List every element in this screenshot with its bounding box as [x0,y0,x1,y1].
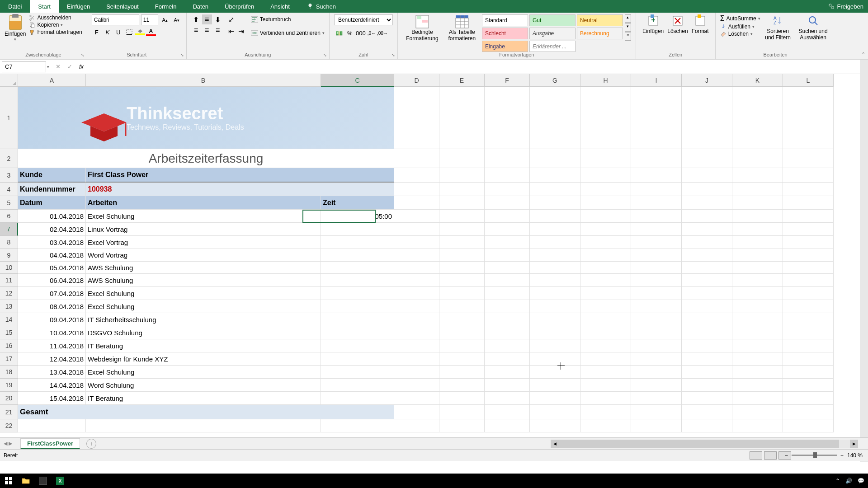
cell[interactable] [783,87,834,149]
cell[interactable]: IT Sicherheitsschulung [86,313,321,326]
share-button[interactable]: Freigeben [828,3,863,10]
cell[interactable] [530,300,580,313]
cell[interactable]: 06.04.2018 [18,274,86,287]
cell[interactable] [439,352,485,366]
delete-cells-button[interactable]: Löschen [665,14,689,52]
cell[interactable] [485,379,530,392]
cell[interactable] [321,419,394,432]
tell-me-search[interactable]: Suchen [307,3,336,10]
cell[interactable] [580,287,631,300]
cell[interactable] [580,274,631,287]
cell[interactable] [631,149,682,168]
decrease-decimal-button[interactable]: ,00→ [377,28,387,38]
zoom-out-button[interactable]: − [785,452,788,459]
row-header-16[interactable]: 16 [0,339,18,352]
taskbar-app-1[interactable] [34,474,52,488]
start-button[interactable] [0,474,17,488]
wrap-text-button[interactable]: Textumbruch [251,14,325,24]
cell[interactable] [580,405,631,419]
copy-button[interactable]: Kopieren ▾ [29,22,82,28]
cell[interactable]: 10.04.2018 [18,326,86,339]
scroll-left-button[interactable]: ◀ [551,440,559,448]
cell[interactable] [732,366,783,379]
number-dialog-launcher[interactable]: ⤡ [391,52,396,58]
cell[interactable] [530,168,580,183]
cell[interactable] [783,366,834,379]
increase-font-button[interactable]: A▴ [160,14,170,25]
cell[interactable]: Kundennummer [18,183,86,196]
font-color-button[interactable]: A [146,27,156,37]
zoom-level[interactable]: 140 % [847,452,863,459]
gesamt-row[interactable]: Gesamt [18,405,394,419]
cell[interactable] [439,210,485,223]
cell[interactable] [530,352,580,366]
cell[interactable] [732,274,783,287]
cell[interactable] [631,392,682,405]
cell[interactable] [485,196,530,210]
cell[interactable] [631,352,682,366]
cell[interactable] [485,262,530,274]
col-header-I[interactable]: I [631,74,682,87]
cell[interactable] [485,183,530,196]
cell[interactable] [530,379,580,392]
paste-button[interactable]: Einfügen [5,31,26,37]
cell[interactable] [321,274,394,287]
cell[interactable] [530,366,580,379]
column-headers[interactable]: ABCDEFGHIJKL [18,74,834,87]
vertical-scrollbar[interactable] [860,60,868,462]
number-format-select[interactable]: Benutzerdefiniert [334,14,393,25]
cell[interactable] [682,379,732,392]
cell[interactable] [580,366,631,379]
cell[interactable] [530,274,580,287]
align-top-button[interactable]: ⬆ [191,14,201,24]
cell[interactable] [439,405,485,419]
col-header-F[interactable]: F [485,74,530,87]
cell[interactable] [631,262,682,274]
cell[interactable] [631,274,682,287]
cell[interactable]: AWS Schulung [86,274,321,287]
accounting-format-button[interactable]: 💵 [334,28,344,38]
cell[interactable] [783,149,834,168]
cell[interactable] [732,149,783,168]
paste-icon[interactable] [9,15,22,30]
cell[interactable]: 07.04.2018 [18,287,86,300]
cell[interactable] [580,149,631,168]
cell[interactable] [783,287,834,300]
tab-formeln[interactable]: Formeln [147,0,185,13]
cell[interactable] [682,274,732,287]
merge-center-button[interactable]: Verbinden und zentrieren ▾ [251,28,325,38]
style-erklaerend[interactable]: Erklärender ... [529,41,576,52]
cell[interactable]: Arbeiten [86,196,321,210]
cell[interactable]: 100938 [86,183,394,196]
cell[interactable] [394,223,439,236]
scroll-thumb[interactable] [559,440,839,448]
cell[interactable] [783,236,834,249]
align-bottom-button[interactable]: ⬇ [213,14,223,24]
style-schlecht[interactable]: Schlecht [482,28,528,39]
cell[interactable] [783,313,834,326]
tab-start[interactable]: Start [30,0,58,13]
cell[interactable] [682,196,732,210]
cell[interactable] [530,326,580,339]
cell[interactable]: Kunde [18,168,86,183]
cell[interactable] [631,300,682,313]
cell[interactable] [439,149,485,168]
cell[interactable] [439,379,485,392]
cell[interactable] [530,249,580,262]
row-header-8[interactable]: 8 [0,236,18,249]
cell[interactable] [682,223,732,236]
tab-einfügen[interactable]: Einfügen [59,0,98,13]
cell[interactable] [439,326,485,339]
cell[interactable]: IT Beratung [86,392,321,405]
cell[interactable] [732,249,783,262]
cell[interactable] [682,183,732,196]
col-header-D[interactable]: D [394,74,439,87]
cell[interactable] [631,168,682,183]
add-sheet-button[interactable]: + [86,439,96,449]
cell[interactable] [783,249,834,262]
cell[interactable]: 15.04.2018 [18,392,86,405]
horizontal-scrollbar[interactable]: ◀ ▶ [551,440,858,448]
cell[interactable] [439,168,485,183]
format-painter-button[interactable]: Format übertragen [29,29,82,35]
cell[interactable] [485,419,530,432]
